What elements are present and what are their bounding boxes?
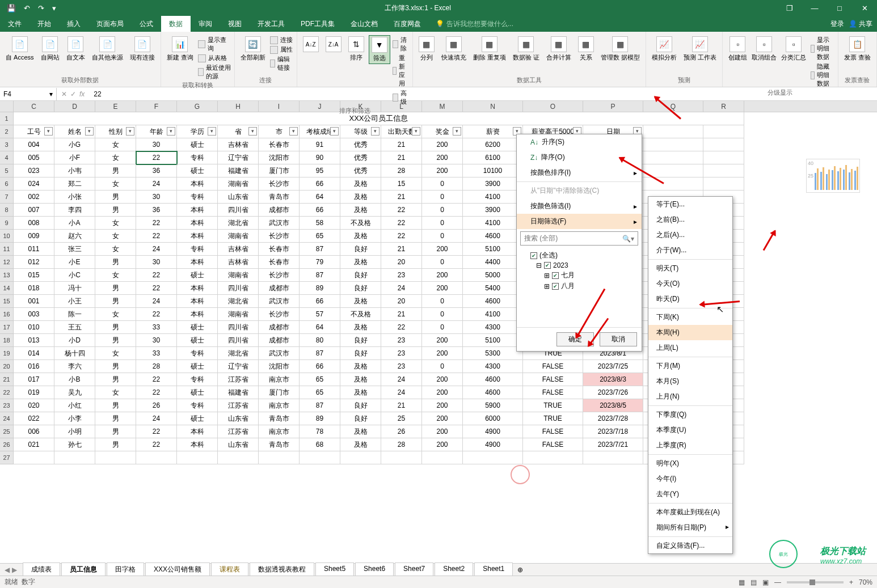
cell[interactable]: 男 bbox=[95, 412, 136, 425]
cell[interactable]: 24 bbox=[381, 386, 422, 399]
cell[interactable]: 5900 bbox=[463, 399, 523, 412]
cell[interactable]: 李四 bbox=[54, 204, 95, 217]
sheet-tab[interactable]: 数据透视表教程 bbox=[250, 562, 314, 577]
sort-za-button[interactable]: Z↓A bbox=[323, 35, 344, 53]
row-header[interactable]: 26 bbox=[0, 438, 14, 451]
cell[interactable]: 22 bbox=[381, 217, 422, 230]
cell[interactable]: 吉林省 bbox=[218, 138, 259, 151]
cell[interactable]: 硕士 bbox=[177, 164, 218, 177]
cell[interactable]: 2023/7/28 bbox=[583, 412, 643, 425]
cancel-icon[interactable]: ✕ bbox=[61, 90, 67, 98]
cell[interactable]: 87 bbox=[300, 243, 340, 256]
filter-icon[interactable]: ▾ bbox=[44, 127, 53, 136]
cell[interactable]: 硕士 bbox=[177, 321, 218, 334]
share-button[interactable]: 👤 共享 bbox=[849, 19, 872, 29]
cell[interactable]: TRUE bbox=[523, 399, 583, 412]
filter-icon[interactable]: ▾ bbox=[412, 127, 420, 136]
date-menu-item[interactable]: 本月(S) bbox=[648, 374, 732, 389]
redo-icon[interactable]: ↷ bbox=[38, 4, 44, 12]
cell[interactable]: 009 bbox=[14, 230, 54, 243]
filter-by-color-item[interactable]: 按颜色筛选(I)▸ bbox=[517, 198, 642, 214]
ribbon-sm[interactable]: 连接 bbox=[270, 35, 293, 45]
cell[interactable]: 江苏省 bbox=[218, 399, 259, 412]
sheet-tab[interactable]: Sheet5 bbox=[315, 562, 354, 577]
cell[interactable]: 男 bbox=[95, 204, 136, 217]
cell[interactable]: 95 bbox=[300, 164, 340, 177]
cell[interactable]: 65 bbox=[300, 373, 340, 386]
col-header[interactable]: J bbox=[300, 101, 340, 112]
cell[interactable]: 4300 bbox=[463, 360, 523, 373]
cell[interactable]: 江苏省 bbox=[218, 425, 259, 438]
cell[interactable]: 及格 bbox=[340, 425, 381, 438]
cell[interactable]: FALSE bbox=[523, 386, 583, 399]
filter-icon[interactable]: ▾ bbox=[453, 127, 461, 136]
row-header[interactable]: 8 bbox=[0, 204, 14, 217]
ribbon-sm[interactable]: 属性 bbox=[270, 45, 293, 54]
cell[interactable]: 30 bbox=[136, 256, 177, 269]
cell[interactable]: 武汉市 bbox=[259, 347, 300, 360]
view-break-icon[interactable]: ▣ bbox=[762, 578, 769, 586]
cell[interactable]: 65 bbox=[300, 386, 340, 399]
header-cell[interactable]: 姓名▾ bbox=[54, 125, 95, 138]
cell[interactable]: 21 bbox=[381, 151, 422, 164]
cell[interactable]: 200 bbox=[422, 425, 463, 438]
filter-button[interactable]: ▼筛选 bbox=[369, 35, 390, 64]
cell[interactable]: 0 bbox=[422, 360, 463, 373]
col-header[interactable]: O bbox=[523, 101, 583, 112]
cell[interactable]: 专科 bbox=[177, 243, 218, 256]
cell[interactable]: 64 bbox=[300, 321, 340, 334]
ribbon-btn[interactable]: ▦关系 bbox=[576, 35, 596, 63]
cell[interactable]: 硕士 bbox=[177, 334, 218, 347]
date-menu-item[interactable]: 上月(N) bbox=[648, 389, 732, 404]
cell[interactable]: 湖北省 bbox=[218, 347, 259, 360]
menu-开发工具[interactable]: 开发工具 bbox=[250, 16, 293, 32]
cell[interactable]: 200 bbox=[422, 138, 463, 151]
cell[interactable]: 006 bbox=[14, 425, 54, 438]
cell[interactable]: 男 bbox=[95, 295, 136, 308]
cell[interactable]: 87 bbox=[300, 269, 340, 282]
cell[interactable]: 0 bbox=[422, 321, 463, 334]
cell[interactable]: 57 bbox=[300, 308, 340, 321]
menu-页面布局[interactable]: 页面布局 bbox=[88, 16, 132, 32]
cell[interactable]: 80 bbox=[300, 334, 340, 347]
tab-nav-prev-icon[interactable]: ◀ bbox=[5, 566, 10, 574]
cell[interactable]: 4300 bbox=[463, 321, 523, 334]
sort-asc-item[interactable]: A↓升序(S) bbox=[517, 134, 642, 150]
cell[interactable]: 山东省 bbox=[218, 191, 259, 204]
cell[interactable]: 福建省 bbox=[218, 386, 259, 399]
cell[interactable]: 22 bbox=[136, 425, 177, 438]
cell[interactable]: 吉林省 bbox=[218, 243, 259, 256]
cell[interactable]: 不及格 bbox=[340, 217, 381, 230]
cell[interactable]: 200 bbox=[422, 269, 463, 282]
col-header[interactable]: R bbox=[703, 101, 744, 112]
date-menu-item[interactable]: 之前(B)... bbox=[648, 212, 732, 227]
cell[interactable]: 小红 bbox=[54, 399, 95, 412]
header-cell[interactable]: 学历▾ bbox=[177, 125, 218, 138]
row-header[interactable]: 7 bbox=[0, 191, 14, 204]
cell[interactable]: 本科 bbox=[177, 177, 218, 191]
row-header[interactable]: 4 bbox=[0, 151, 14, 164]
cell[interactable]: 2023/7/21 bbox=[583, 438, 643, 451]
cell[interactable]: 28 bbox=[381, 438, 422, 451]
cell[interactable]: 4600 bbox=[463, 373, 523, 386]
col-header[interactable]: C bbox=[14, 101, 54, 112]
sheet-tab[interactable]: 成绩表 bbox=[23, 562, 60, 577]
filter-icon[interactable]: ▾ bbox=[371, 127, 380, 136]
cell[interactable]: 200 bbox=[422, 282, 463, 295]
row-header[interactable]: 14 bbox=[0, 282, 14, 295]
cell[interactable]: 厦门市 bbox=[259, 386, 300, 399]
cell[interactable]: 及格 bbox=[340, 295, 381, 308]
cell[interactable]: FALSE bbox=[523, 425, 583, 438]
row-header[interactable]: 3 bbox=[0, 138, 14, 151]
cell[interactable]: 20 bbox=[381, 295, 422, 308]
cell[interactable]: 4600 bbox=[463, 386, 523, 399]
cell[interactable]: 003 bbox=[14, 308, 54, 321]
cell[interactable]: 良好 bbox=[340, 269, 381, 282]
cell[interactable]: 200 bbox=[422, 334, 463, 347]
cell[interactable]: 本科 bbox=[177, 308, 218, 321]
cell[interactable]: 36 bbox=[136, 164, 177, 177]
cell[interactable]: 小李 bbox=[54, 412, 95, 425]
header-cell[interactable]: 性别▾ bbox=[95, 125, 136, 138]
cell[interactable]: 79 bbox=[300, 256, 340, 269]
cell[interactable]: 68 bbox=[300, 438, 340, 451]
